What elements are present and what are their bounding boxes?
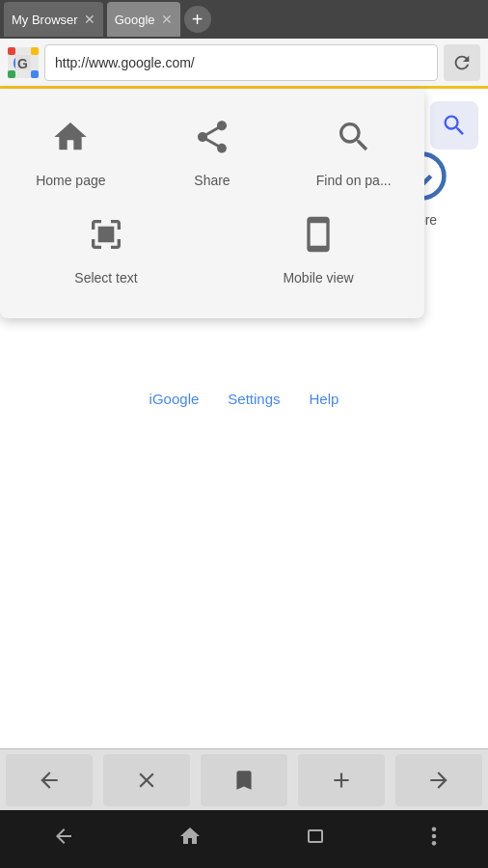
android-home-button[interactable]: [178, 825, 202, 854]
igoogle-link[interactable]: iGoogle: [149, 391, 200, 407]
tab-mybrowser-close[interactable]: ✕: [84, 12, 95, 27]
svg-point-12: [431, 834, 436, 839]
svg-point-13: [431, 841, 436, 846]
mobile-icon: [299, 215, 338, 262]
android-recents-button[interactable]: [305, 825, 328, 854]
help-link[interactable]: Help: [310, 391, 339, 407]
url-input[interactable]: [44, 44, 438, 81]
tab-mybrowser-label: My Browser: [12, 13, 78, 27]
svg-rect-2: [8, 47, 15, 55]
selecttext-icon: [87, 215, 125, 262]
dropdown-menu: Home page Share Find on pa...: [0, 89, 424, 318]
tab-google-label: Google: [115, 13, 155, 27]
back-button[interactable]: [6, 754, 93, 806]
menu-find-label: Find on pa...: [316, 173, 392, 188]
forward-icon: [426, 768, 451, 793]
add-icon: [329, 768, 354, 793]
address-bar: G G: [0, 39, 488, 89]
new-tab-button[interactable]: +: [184, 6, 211, 33]
close-tab-button[interactable]: [103, 754, 190, 806]
home-icon: [51, 118, 90, 165]
svg-rect-4: [8, 70, 15, 78]
svg-rect-3: [31, 47, 39, 55]
menu-homepage-label: Home page: [36, 173, 105, 188]
android-menu-button[interactable]: [431, 826, 437, 853]
menu-share-label: Share: [194, 173, 230, 188]
settings-link[interactable]: Settings: [228, 391, 280, 407]
bottom-nav: [0, 748, 488, 810]
menu-item-share[interactable]: Share: [142, 108, 282, 198]
bookmark-button[interactable]: [201, 754, 287, 806]
tab-google-close[interactable]: ✕: [161, 12, 173, 27]
share-icon: [193, 118, 231, 165]
close-icon: [134, 768, 159, 793]
search-button[interactable]: [430, 101, 478, 149]
search-icon: [441, 112, 468, 139]
svg-point-11: [431, 827, 436, 831]
menu-item-mobileview[interactable]: Mobile view: [248, 205, 388, 295]
menu-mobileview-label: Mobile view: [283, 270, 353, 285]
svg-rect-5: [31, 70, 39, 78]
tab-bar: My Browser ✕ Google ✕ +: [0, 0, 488, 39]
add-tab-button[interactable]: [298, 754, 385, 806]
tab-mybrowser[interactable]: My Browser ✕: [4, 2, 103, 37]
find-icon: [335, 118, 373, 165]
refresh-button[interactable]: [444, 44, 480, 81]
menu-item-selecttext[interactable]: Select text: [36, 205, 176, 295]
svg-text:G: G: [17, 56, 28, 71]
system-bar: [0, 810, 488, 868]
footer-links: iGoogle Settings Help: [149, 391, 339, 407]
google-icon: G G: [8, 47, 39, 78]
tab-google[interactable]: Google ✕: [107, 2, 180, 37]
forward-button[interactable]: [395, 754, 482, 806]
svg-rect-10: [309, 830, 322, 842]
menu-row-2: Select text Mobile view: [0, 202, 424, 299]
bookmark-icon: [231, 768, 257, 793]
refresh-icon: [451, 52, 473, 73]
menu-item-find[interactable]: Find on pa...: [284, 108, 423, 198]
android-back-button[interactable]: [52, 825, 75, 854]
menu-item-homepage[interactable]: Home page: [1, 108, 141, 198]
menu-row-1: Home page Share Find on pa...: [0, 104, 424, 202]
menu-selecttext-label: Select text: [74, 270, 137, 285]
back-icon: [37, 768, 62, 793]
